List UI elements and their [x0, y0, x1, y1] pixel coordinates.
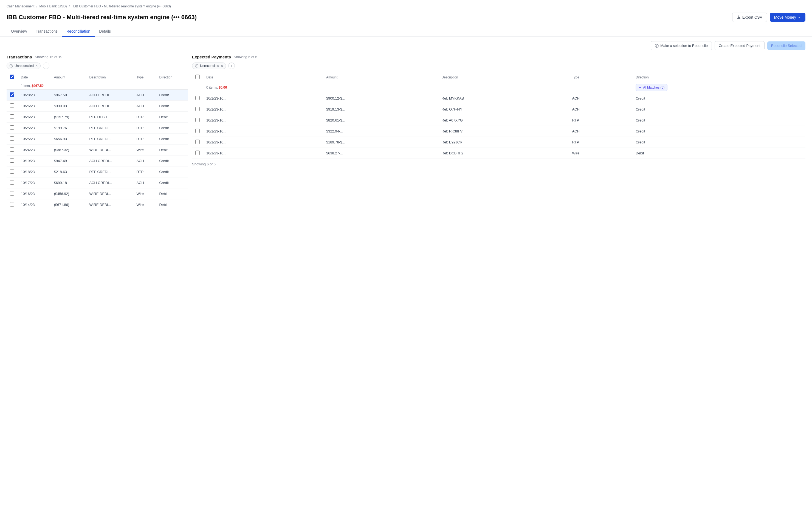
expected-payments-filter-bar: Unreconciled × +: [192, 62, 806, 69]
ep-row-checkbox[interactable]: [195, 107, 200, 111]
ep-row-description: Ref: RK38FV: [438, 126, 569, 137]
expected-payments-table: Date Amount Description Type Direction 0…: [192, 72, 806, 159]
row-checkbox[interactable]: [10, 191, 14, 196]
ep-row-checkbox-cell[interactable]: [192, 115, 203, 126]
selected-items-amount: $967.50: [31, 84, 43, 88]
ep-add-filter-button[interactable]: +: [228, 62, 235, 69]
row-checkbox[interactable]: [10, 169, 14, 174]
row-type: RTP: [133, 123, 156, 134]
ep-row-checkbox[interactable]: [195, 118, 200, 122]
row-checkbox-cell[interactable]: [7, 156, 18, 166]
ai-matches-button[interactable]: ✦ AI Matches (5): [636, 84, 667, 91]
expected-payments-header: Expected Payments Showing 6 of 6: [192, 55, 806, 59]
row-date: 10/14/23: [18, 199, 51, 210]
row-checkbox-cell[interactable]: [7, 166, 18, 178]
row-checkbox-cell[interactable]: [7, 134, 18, 145]
export-csv-button[interactable]: Export CSV: [732, 12, 767, 22]
row-checkbox[interactable]: [10, 93, 14, 97]
row-amount: ($456.92): [51, 188, 86, 199]
row-type: Wire: [133, 145, 156, 156]
row-checkbox-cell[interactable]: [7, 199, 18, 210]
reconcile-selected-button[interactable]: Reconcile Selected: [767, 42, 806, 50]
ep-row-checkbox-cell[interactable]: [192, 148, 203, 159]
ep-col-description: Description: [438, 72, 569, 82]
row-date: 10/18/23: [18, 166, 51, 178]
row-amount: $199.76: [51, 123, 86, 134]
breadcrumb: Cash Management / Moola Bank (USD) / IBB…: [0, 0, 812, 10]
row-checkbox[interactable]: [10, 136, 14, 141]
col-amount: Amount: [51, 72, 86, 82]
row-checkbox-cell[interactable]: [7, 178, 18, 188]
row-checkbox-cell[interactable]: [7, 101, 18, 112]
ep-filter-icon: [195, 64, 198, 68]
row-date: 10/25/23: [18, 134, 51, 145]
row-checkbox[interactable]: [10, 114, 14, 119]
make-selection-button[interactable]: Make a selection to Reconcile: [651, 41, 712, 50]
ep-row-checkbox[interactable]: [195, 129, 200, 133]
tab-transactions[interactable]: Transactions: [31, 26, 62, 37]
table-row: 10/14/23 ($671.86) WIRE DEBI... Wire Deb…: [7, 199, 188, 210]
transactions-summary-row: 1 item, $967.50: [7, 82, 188, 90]
row-checkbox[interactable]: [10, 158, 14, 163]
ep-select-all-checkbox[interactable]: [195, 75, 200, 79]
ep-row-checkbox-cell[interactable]: [192, 137, 203, 148]
ep-row-direction: Credit: [632, 115, 806, 126]
list-item: 10/1/23-10... $638.27-... Ref: DCBRF2 Wi…: [192, 148, 806, 159]
table-row: 10/26/23 $339.93 ACH CREDI... ACH Credit: [7, 101, 188, 112]
move-money-button[interactable]: Move Money: [770, 13, 806, 22]
row-description: RTP CREDI...: [86, 166, 133, 178]
add-filter-button[interactable]: +: [43, 62, 49, 69]
tab-overview[interactable]: Overview: [7, 26, 31, 37]
row-type: ACH: [133, 101, 156, 112]
ep-row-type: RTP: [569, 137, 632, 148]
select-all-checkbox[interactable]: [10, 75, 14, 79]
breadcrumb-moola-bank[interactable]: Moola Bank (USD): [39, 4, 67, 8]
create-expected-payment-button[interactable]: Create Expected Payment: [715, 41, 764, 50]
page-title: IBB Customer FBO - Multi-tiered real-tim…: [7, 14, 197, 21]
breadcrumb-cash-management[interactable]: Cash Management: [7, 4, 34, 8]
ep-row-checkbox[interactable]: [195, 151, 200, 155]
row-description: RTP CREDI...: [86, 123, 133, 134]
row-direction: Debit: [156, 199, 188, 210]
row-description: ACH CREDI...: [86, 178, 133, 188]
row-direction: Credit: [156, 101, 188, 112]
tab-reconciliation[interactable]: Reconciliation: [62, 26, 95, 37]
table-row: 10/16/23 ($456.92) WIRE DEBI... Wire Deb…: [7, 188, 188, 199]
ep-row-type: ACH: [569, 104, 632, 115]
main-content: Transactions Showing 15 of 19 Unreconcil…: [0, 55, 812, 210]
row-checkbox-cell[interactable]: [7, 188, 18, 199]
remove-filter-button[interactable]: ×: [35, 64, 37, 68]
row-date: 10/24/23: [18, 145, 51, 156]
ep-row-checkbox-cell[interactable]: [192, 126, 203, 137]
tab-details[interactable]: Details: [95, 26, 115, 37]
expected-payments-section: Expected Payments Showing 6 of 6 Unrecon…: [192, 55, 806, 210]
row-checkbox[interactable]: [10, 103, 14, 108]
row-amount: ($387.32): [51, 145, 86, 156]
row-checkbox-cell[interactable]: [7, 123, 18, 134]
row-checkbox-cell[interactable]: [7, 145, 18, 156]
row-checkbox[interactable]: [10, 180, 14, 185]
row-checkbox[interactable]: [10, 125, 14, 130]
row-type: RTP: [133, 166, 156, 178]
row-checkbox-cell[interactable]: [7, 112, 18, 123]
ep-row-type: Wire: [569, 148, 632, 159]
row-amount: ($157.79): [51, 112, 86, 123]
row-checkbox[interactable]: [10, 147, 14, 152]
row-checkbox[interactable]: [10, 202, 14, 207]
row-type: Wire: [133, 199, 156, 210]
ep-row-checkbox-cell[interactable]: [192, 93, 203, 104]
ep-remove-filter-button[interactable]: ×: [221, 64, 223, 68]
row-date: 10/28/23: [18, 90, 51, 101]
ep-showing-footer: Showing 6 of 6: [192, 159, 806, 170]
row-description: WIRE DEBI...: [86, 188, 133, 199]
ep-row-checkbox-cell[interactable]: [192, 104, 203, 115]
row-checkbox-cell[interactable]: [7, 90, 18, 101]
expected-payments-showing: Showing 6 of 6: [234, 55, 257, 59]
ep-row-checkbox[interactable]: [195, 139, 200, 144]
table-row: 10/25/23 $656.93 RTP CREDI... RTP Credit: [7, 134, 188, 145]
row-type: ACH: [133, 178, 156, 188]
ep-selected-items-amount: $0.00: [219, 85, 227, 89]
ep-row-checkbox[interactable]: [195, 96, 200, 100]
row-date: 10/26/23: [18, 112, 51, 123]
ep-selected-items-count: 0 items,: [206, 85, 218, 89]
